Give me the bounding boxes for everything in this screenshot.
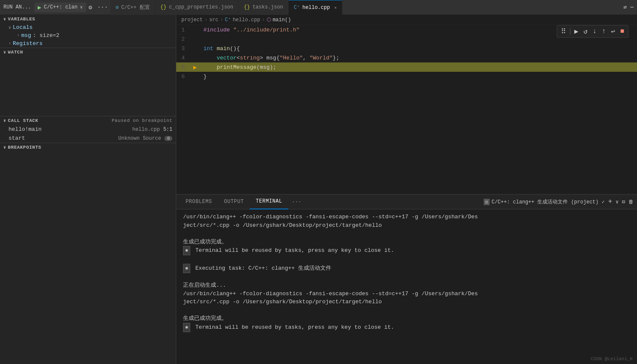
stop-button[interactable]: ■	[619, 27, 626, 36]
call-stack-section: ∨ CALL STACK Paused on breakpoint hello!…	[0, 116, 176, 143]
watch-label: WATCH	[8, 50, 23, 55]
chevron-icon: ›	[8, 41, 11, 46]
call-stack-right-start: Unknown Source 0	[118, 135, 172, 141]
breadcrumb-src[interactable]: src	[209, 17, 219, 23]
chevron-icon: ›	[17, 33, 20, 38]
call-stack-header[interactable]: ∨ CALL STACK Paused on breakpoint	[0, 116, 176, 125]
terminal-badge-1: ✱	[183, 246, 190, 255]
tab-config[interactable]: ⚙ C/C++ 配置	[110, 0, 155, 15]
play-icon: ▶	[38, 4, 41, 11]
watch-header[interactable]: ∨ WATCH	[0, 48, 176, 56]
call-stack-label: CALL STACK	[8, 118, 39, 123]
step-over-button[interactable]: ↺	[582, 26, 589, 37]
variables-label: VARIABLES	[8, 17, 35, 22]
watch-body	[0, 56, 176, 116]
step-into-button[interactable]: ↓	[592, 27, 598, 36]
debug-toolbar: ⠿ ▶ ↺ ↓ ↑ ↩ ■	[557, 25, 629, 38]
tab-cprops[interactable]: {} c_cpp_properties.json	[155, 0, 239, 15]
msg-name: msg	[21, 32, 31, 39]
breadcrumb-file[interactable]: hello.cpp	[233, 17, 260, 23]
call-stack-line-main: 5:1	[163, 127, 172, 133]
chevron-down-icon: ∨	[80, 5, 82, 10]
continue-button[interactable]: ▶	[573, 26, 580, 37]
code-line-6: 6 }	[176, 72, 637, 81]
tab-icon-tasks: {}	[244, 4, 250, 10]
bottom-tabs: PROBLEMS OUTPUT TERMINAL ··· ⊡ C/C++: cl…	[176, 195, 637, 209]
breadcrumb-sep1: ›	[204, 17, 207, 23]
code-line-4: 4 vector<string> msg{"Hello", "World"};	[176, 53, 637, 62]
call-stack-badge: Paused on breakpoint	[112, 118, 172, 123]
split-editor-icon[interactable]: ⇄	[623, 4, 627, 11]
gear-icon[interactable]: ⚙	[86, 4, 95, 11]
code-line-3: 3 int main(){	[176, 44, 637, 53]
terminal-line-13: 生成已成功完成。	[183, 314, 630, 323]
tab-label-config: C/C++ 配置	[121, 4, 149, 11]
tab-icon-cprops: {}	[161, 4, 166, 10]
debug-grid-icon[interactable]: ⠿	[560, 26, 567, 37]
terminal-line-1: /usr/bin/clang++ -fcolor-diagnostics -fa…	[183, 213, 630, 221]
tab-terminal[interactable]: TERMINAL	[250, 195, 288, 209]
plus-icon[interactable]: +	[608, 198, 612, 206]
main-layout: ∨ VARIABLES ∨ Locals › msg : size=2 › Re…	[0, 15, 637, 364]
tab-hellocpp[interactable]: C⁺ hello.cpp ✕	[289, 0, 342, 15]
restart-button[interactable]: ↩	[610, 26, 617, 37]
terminal-badge-2: ✱	[183, 264, 190, 273]
tab-label-cprops: c_cpp_properties.json	[169, 4, 233, 10]
run-config[interactable]: ▶ C/C++: clan ∨	[34, 3, 86, 12]
msg-value: : size=2	[33, 32, 59, 39]
call-stack-item-main[interactable]: hello!main hello.cpp 5:1	[0, 125, 176, 134]
bottom-tab-more[interactable]: ···	[288, 199, 305, 205]
right-panel: project › src › C⁺ hello.cpp › ⬡ main() …	[176, 15, 637, 364]
code-area: 1 #include "../include/print.h" 2 3 int …	[176, 25, 637, 194]
locals-item[interactable]: ∨ Locals	[0, 23, 176, 31]
tab-output[interactable]: OUTPUT	[218, 195, 250, 209]
msg-item[interactable]: › msg : size=2	[0, 31, 176, 40]
call-stack-right-main: hello.cpp 5:1	[132, 127, 172, 133]
trash-icon[interactable]: 🗑	[629, 199, 634, 205]
locals-label: Locals	[13, 24, 33, 31]
split-terminal-icon[interactable]: ⊟	[622, 199, 625, 205]
call-stack-item-start[interactable]: start Unknown Source 0	[0, 134, 176, 143]
variables-section: ∨ VARIABLES ∨ Locals › msg : size=2 › Re…	[0, 15, 176, 48]
terminal-line-11: ject/src/*.cpp -o /Users/gshark/Desktop/…	[183, 298, 630, 306]
line-number-2: 2	[176, 36, 193, 42]
tab-tasks[interactable]: {} tasks.json	[239, 0, 288, 15]
chevron-down-terminal-icon[interactable]: ∨	[616, 199, 619, 205]
call-stack-file-main: hello.cpp	[132, 127, 160, 133]
terminal-line-14: ✱ Terminal will be reused by tasks, pres…	[183, 323, 630, 332]
line-content-6: }	[202, 73, 637, 80]
bottom-tabs-right: ⊡ C/C++: clang++ 生成活动文件 (project) ✓ + ∨ …	[484, 198, 634, 206]
terminal-line-7: ✱ Executing task: C/C++: clang++ 生成活动文件	[183, 264, 630, 273]
registers-item[interactable]: › Registers	[0, 40, 176, 48]
line-content-3: int main(){	[202, 45, 637, 52]
chevron-icon: ∨	[3, 17, 6, 22]
line-content-5: printMessage(msg);	[202, 64, 637, 71]
call-stack-badge-start: 0	[164, 136, 172, 141]
line-number-3: 3	[176, 45, 193, 52]
run-config-label: C/C++: clan	[44, 4, 77, 10]
chevron-icon: ∨	[3, 118, 6, 123]
bottom-panel: PROBLEMS OUTPUT TERMINAL ··· ⊡ C/C++: cl…	[176, 194, 637, 364]
terminal-line-10: /usr/bin/clang++ -fcolor-diagnostics -fa…	[183, 290, 630, 298]
tab-problems[interactable]: PROBLEMS	[180, 195, 218, 209]
terminal-line-12	[183, 306, 630, 315]
more-options-icon[interactable]: ···	[95, 4, 110, 11]
terminal-line-6	[183, 255, 630, 264]
step-out-button[interactable]: ↑	[600, 27, 607, 36]
call-stack-file-start: Unknown Source	[118, 135, 161, 141]
terminal-shell-icon: ⊡	[484, 199, 490, 205]
terminal-title-text: C/C++: clang++ 生成活动文件 (project) ✓	[491, 198, 604, 206]
close-icon[interactable]: ✕	[334, 5, 337, 10]
more-actions-icon[interactable]: ⋯	[630, 4, 634, 11]
terminal-body: /usr/bin/clang++ -fcolor-diagnostics -fa…	[176, 209, 637, 364]
line-number-5: 5	[176, 64, 193, 71]
chevron-icon: ∨	[3, 50, 6, 55]
breadcrumb-function[interactable]: main()	[273, 17, 291, 23]
variables-header[interactable]: ∨ VARIABLES	[0, 15, 176, 23]
tab-icon-config: ⚙	[116, 4, 118, 11]
tab-label-tasks: tasks.json	[253, 4, 283, 10]
breadcrumb-project[interactable]: project	[181, 17, 203, 23]
code-line-5: 5 ▶ printMessage(msg);	[176, 62, 637, 72]
breakpoints-header[interactable]: ∨ BREAKPOINTS	[0, 143, 176, 152]
watermark: CSDN @Leilani_K	[591, 356, 633, 361]
